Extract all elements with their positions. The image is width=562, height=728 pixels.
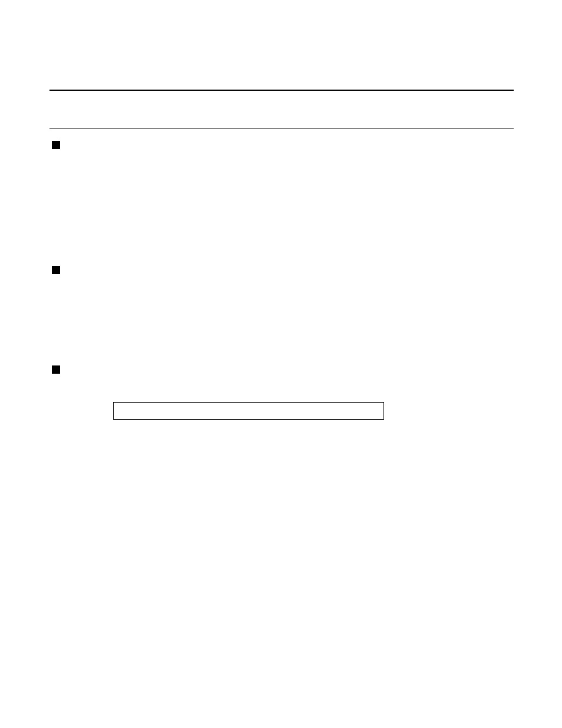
document-page xyxy=(0,0,562,728)
top-horizontal-rule xyxy=(49,90,514,91)
square-bullet-icon xyxy=(52,365,60,374)
outlined-box xyxy=(113,402,384,420)
section-horizontal-rule xyxy=(49,129,514,129)
square-bullet-icon xyxy=(52,141,60,149)
square-bullet-icon xyxy=(52,266,60,274)
